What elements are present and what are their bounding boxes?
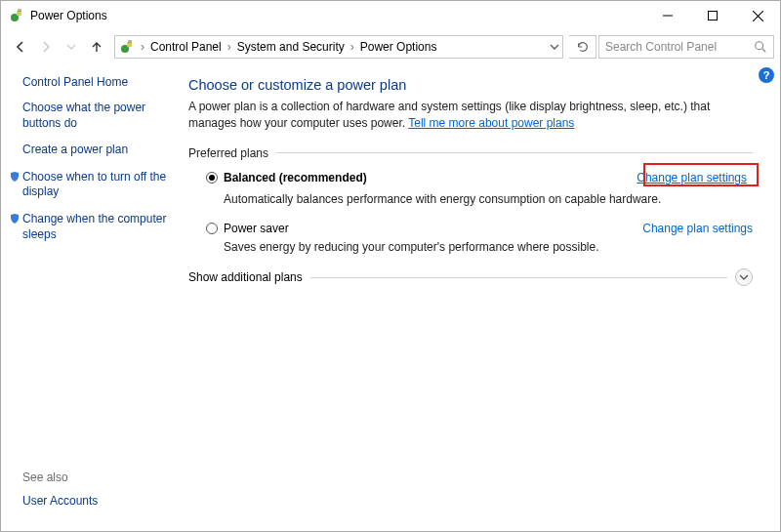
breadcrumb-system-security[interactable]: System and Security xyxy=(233,40,349,54)
sidebar-item-label: Change when the computer sleeps xyxy=(22,212,167,242)
chevron-right-icon[interactable]: › xyxy=(226,40,233,54)
divider xyxy=(310,277,727,278)
search-placeholder: Search Control Panel xyxy=(605,40,754,54)
sidebar-item-label: Choose when to turn off the display xyxy=(22,170,167,200)
svg-point-5 xyxy=(756,42,763,50)
up-button[interactable] xyxy=(85,35,108,59)
sidebar-link-computer-sleeps[interactable]: Change when the computer sleeps xyxy=(9,212,167,242)
expand-additional-plans-button[interactable] xyxy=(735,268,753,286)
divider xyxy=(276,152,753,153)
titlebar: Power Options xyxy=(1,1,780,30)
recent-locations-button[interactable] xyxy=(60,35,83,59)
show-additional-plans-label[interactable]: Show additional plans xyxy=(188,270,303,284)
refresh-button[interactable] xyxy=(569,35,596,59)
radio-power-saver[interactable] xyxy=(206,223,218,234)
section-label-text: Preferred plans xyxy=(188,146,268,160)
chevron-right-icon[interactable]: › xyxy=(349,40,356,54)
preferred-plans-label: Preferred plans xyxy=(188,146,753,160)
chevron-right-icon[interactable]: › xyxy=(139,40,146,54)
address-bar-power-icon xyxy=(119,39,135,55)
svg-rect-2 xyxy=(709,12,718,20)
see-also-label: See also xyxy=(22,471,167,484)
radio-balanced[interactable] xyxy=(206,172,218,184)
plan-name-power-saver[interactable]: Power saver xyxy=(224,222,289,235)
sidebar-link-turn-off-display[interactable]: Choose when to turn off the display xyxy=(9,170,167,200)
plan-desc-balanced: Automatically balances performance with … xyxy=(224,191,753,208)
control-panel-home-link[interactable]: Control Panel Home xyxy=(22,75,167,89)
search-icon xyxy=(754,40,767,54)
breadcrumb: Control Panel › System and Security › Po… xyxy=(146,40,547,54)
minimize-button[interactable] xyxy=(645,1,690,30)
navbar: › Control Panel › System and Security › … xyxy=(1,30,780,63)
sidebar: Control Panel Home Choose what the power… xyxy=(1,63,175,531)
plan-name-balanced[interactable]: Balanced (recommended) xyxy=(224,171,367,184)
help-icon[interactable]: ? xyxy=(759,67,774,83)
address-dropdown-button[interactable] xyxy=(547,42,562,52)
shield-icon xyxy=(9,213,21,225)
back-button[interactable] xyxy=(9,35,32,59)
sidebar-link-create-plan[interactable]: Create a power plan xyxy=(22,143,167,158)
page-title: Choose or customize a power plan xyxy=(188,77,753,93)
search-input[interactable]: Search Control Panel xyxy=(598,35,774,59)
power-options-icon xyxy=(9,8,24,23)
main-content: ? Choose or customize a power plan A pow… xyxy=(175,63,780,531)
plan-power-saver: Power saver Change plan settings Saves e… xyxy=(206,222,753,256)
shield-icon xyxy=(9,171,21,183)
plan-balanced: Balanced (recommended) Change plan setti… xyxy=(206,168,753,208)
close-button[interactable] xyxy=(735,1,780,30)
breadcrumb-power-options[interactable]: Power Options xyxy=(356,40,441,54)
show-additional-plans-row: Show additional plans xyxy=(188,268,753,286)
window-title: Power Options xyxy=(30,9,645,22)
tell-more-link[interactable]: Tell me more about power plans xyxy=(408,116,574,130)
chevron-down-icon xyxy=(739,272,749,282)
maximize-button[interactable] xyxy=(690,1,735,30)
change-plan-settings-power-saver[interactable]: Change plan settings xyxy=(642,222,753,235)
plan-desc-power-saver: Saves energy by reducing your computer's… xyxy=(224,239,753,256)
address-bar[interactable]: › Control Panel › System and Security › … xyxy=(114,35,563,59)
sidebar-link-power-buttons[interactable]: Choose what the power buttons do xyxy=(22,101,167,131)
breadcrumb-control-panel[interactable]: Control Panel xyxy=(146,40,226,54)
window-controls xyxy=(645,1,780,30)
see-also-user-accounts[interactable]: User Accounts xyxy=(22,494,167,510)
page-lead: A power plan is a collection of hardware… xyxy=(188,99,753,133)
forward-button[interactable] xyxy=(34,35,58,59)
change-plan-settings-balanced[interactable]: Change plan settings xyxy=(631,168,753,187)
